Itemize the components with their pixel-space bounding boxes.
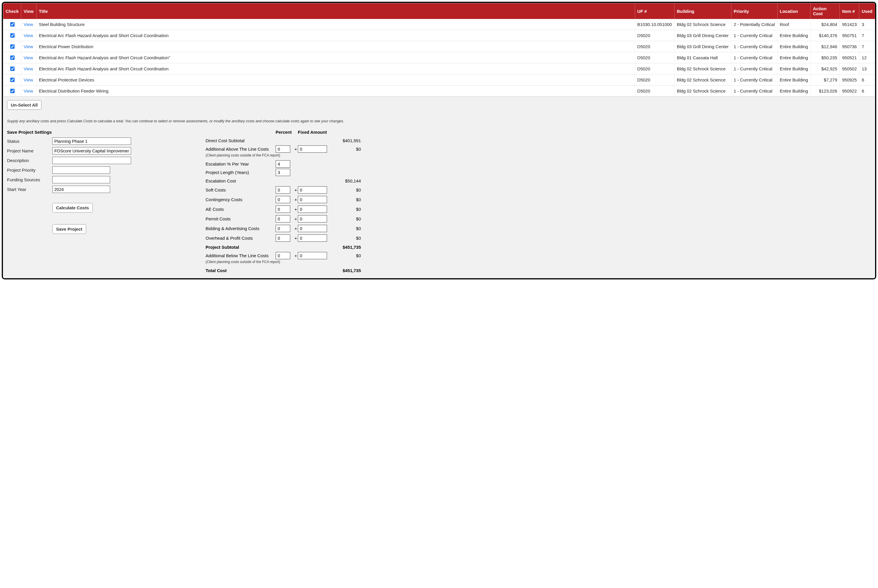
view-link[interactable]: View bbox=[24, 22, 33, 27]
cell-priority: 1 - Currently Critical bbox=[731, 52, 777, 63]
contingency-amount: $0 bbox=[327, 197, 363, 202]
cell-building: Bldg 01 Cassata Hall bbox=[674, 52, 731, 63]
cell-uf: D5020 bbox=[635, 30, 674, 41]
permit-costs-fixed-input[interactable] bbox=[298, 215, 327, 222]
th-building[interactable]: Building bbox=[674, 3, 731, 19]
project-name-input[interactable] bbox=[52, 147, 131, 154]
overhead-label: Overhead & Profit Costs bbox=[206, 233, 276, 243]
instructions-text: Supply any ancillary costs and press Cal… bbox=[7, 119, 871, 123]
view-link[interactable]: View bbox=[24, 33, 33, 38]
above-line-fixed-input[interactable] bbox=[298, 146, 327, 153]
table-row: ViewSteel Building StructureB1030.10.051… bbox=[3, 19, 875, 30]
plus-sign: + bbox=[294, 188, 298, 192]
funding-sources-input[interactable] bbox=[52, 176, 110, 183]
row-checkbox[interactable] bbox=[10, 67, 15, 71]
plus-sign: + bbox=[294, 197, 298, 202]
cell-building: Bldg 03 Grill Dining Center bbox=[674, 41, 731, 52]
cell-priority: 2 - Potentially Critical bbox=[731, 19, 777, 30]
bidding-fixed-input[interactable] bbox=[298, 225, 327, 232]
cell-title: Electrical Protective Devices bbox=[36, 75, 635, 86]
description-input[interactable] bbox=[52, 157, 131, 164]
row-checkbox[interactable] bbox=[10, 78, 15, 82]
above-line-note: (Client planning costs outside of the FC… bbox=[206, 153, 363, 160]
view-link[interactable]: View bbox=[24, 88, 33, 93]
view-link[interactable]: View bbox=[24, 77, 33, 82]
cell-location: Entire Building bbox=[777, 41, 810, 52]
soft-costs-fixed-input[interactable] bbox=[298, 186, 327, 194]
table-row: ViewElectrical Power DistributionD5020Bl… bbox=[3, 41, 875, 52]
cost-grid: Percent Fixed Amount Direct Cost Subtota… bbox=[206, 130, 871, 275]
th-item[interactable]: Item # bbox=[840, 3, 859, 19]
overhead-pct-input[interactable] bbox=[276, 234, 290, 242]
cell-item: 950521 bbox=[840, 52, 859, 63]
cell-location: Entire Building bbox=[777, 52, 810, 63]
below-line-pct-input[interactable] bbox=[276, 252, 290, 259]
cell-title: Electrical Arc Flash Hazard Analysis and… bbox=[36, 30, 635, 41]
cell-uf: D5020 bbox=[635, 63, 674, 75]
cell-uf: D5020 bbox=[635, 52, 674, 63]
ae-costs-pct-input[interactable] bbox=[276, 206, 290, 213]
th-location[interactable]: Location bbox=[777, 3, 810, 19]
cell-uf: D5020 bbox=[635, 41, 674, 52]
unselect-all-button[interactable]: Un-Select All bbox=[7, 100, 42, 110]
below-line-fixed-input[interactable] bbox=[298, 252, 327, 259]
ae-costs-fixed-input[interactable] bbox=[298, 206, 327, 213]
below-line-note: (Client planning costs outside of the FC… bbox=[206, 260, 363, 266]
cell-uf: B1030.10.051000 bbox=[635, 19, 674, 30]
start-year-input[interactable] bbox=[52, 186, 110, 193]
escalation-cost-value: $50,144 bbox=[327, 178, 363, 183]
project-length-input[interactable] bbox=[276, 169, 290, 176]
row-checkbox[interactable] bbox=[10, 44, 15, 49]
description-label: Description bbox=[7, 158, 52, 163]
project-length-label: Project Length (Years) bbox=[206, 168, 276, 177]
permit-costs-label: Permit Costs bbox=[206, 214, 276, 224]
escalation-pct-input[interactable] bbox=[276, 160, 290, 168]
contingency-pct-input[interactable] bbox=[276, 196, 290, 203]
start-year-label: Start Year bbox=[7, 187, 52, 192]
th-check[interactable]: Check bbox=[3, 3, 21, 19]
soft-costs-pct-input[interactable] bbox=[276, 186, 290, 194]
table-row: ViewElectrical Arc Flash Hazard Analysis… bbox=[3, 30, 875, 41]
escalation-cost-label: Escalation Cost bbox=[206, 177, 276, 185]
status-input[interactable] bbox=[52, 138, 131, 145]
cell-item: 950736 bbox=[840, 41, 859, 52]
th-view[interactable]: View bbox=[21, 3, 36, 19]
table-row: ViewElectrical Arc Flash Hazard Analysis… bbox=[3, 63, 875, 75]
above-line-amount: $0 bbox=[327, 147, 363, 152]
plus-sign: + bbox=[294, 207, 298, 212]
table-row: ViewElectrical Protective DevicesD5020Bl… bbox=[3, 75, 875, 86]
calculate-costs-button[interactable]: Calculate Costs bbox=[52, 203, 93, 213]
th-used[interactable]: Used bbox=[859, 3, 875, 19]
ae-costs-label: AE Costs bbox=[206, 204, 276, 214]
bidding-pct-input[interactable] bbox=[276, 225, 290, 232]
project-name-label: Project Name bbox=[7, 148, 52, 153]
plus-sign: + bbox=[294, 236, 298, 241]
view-link[interactable]: View bbox=[24, 44, 33, 49]
project-priority-input[interactable] bbox=[52, 166, 110, 174]
save-project-button[interactable]: Save Project bbox=[52, 224, 86, 234]
overhead-fixed-input[interactable] bbox=[298, 234, 327, 242]
soft-costs-amount: $0 bbox=[327, 188, 363, 192]
th-title[interactable]: Title bbox=[36, 3, 635, 19]
cell-item: 950925 bbox=[840, 75, 859, 86]
row-checkbox[interactable] bbox=[10, 33, 15, 38]
table-header-row: Check View Title UF # Building Priority … bbox=[3, 3, 875, 19]
th-priority[interactable]: Priority bbox=[731, 3, 777, 19]
cell-action-cost: $140,376 bbox=[810, 30, 840, 41]
percent-header: Percent bbox=[276, 130, 294, 136]
cell-title: Electrical Arc Flash Hazard Analysis and… bbox=[36, 63, 635, 75]
row-checkbox[interactable] bbox=[10, 22, 15, 27]
th-uf[interactable]: UF # bbox=[635, 3, 674, 19]
contingency-fixed-input[interactable] bbox=[298, 196, 327, 203]
cell-used: 6 bbox=[859, 86, 875, 97]
permit-costs-pct-input[interactable] bbox=[276, 215, 290, 222]
cell-priority: 1 - Currently Critical bbox=[731, 63, 777, 75]
view-link[interactable]: View bbox=[24, 66, 33, 71]
th-action-cost[interactable]: Action Cost bbox=[810, 3, 840, 19]
above-line-percent-input[interactable] bbox=[276, 146, 290, 153]
view-link[interactable]: View bbox=[24, 55, 33, 60]
row-checkbox[interactable] bbox=[10, 56, 15, 60]
row-checkbox[interactable] bbox=[10, 89, 15, 93]
plus-sign: + bbox=[294, 253, 298, 258]
cell-item: 950502 bbox=[840, 63, 859, 75]
